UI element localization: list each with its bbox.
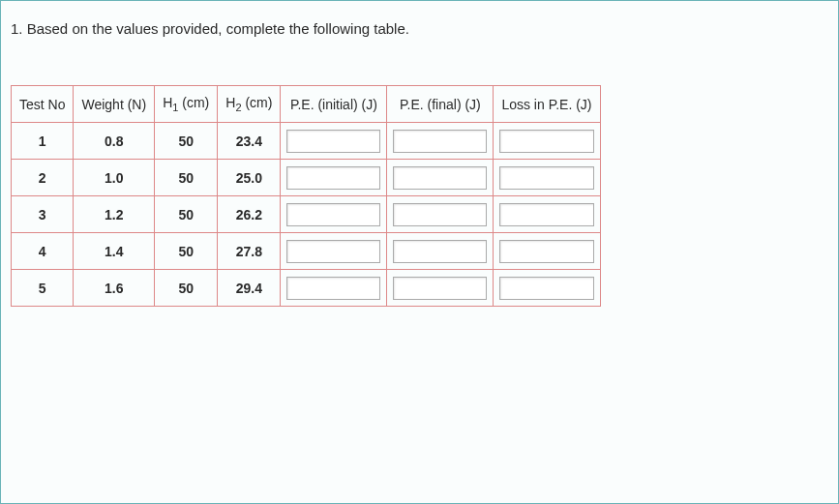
table-row: 3 1.2 50 26.2 <box>12 196 601 233</box>
pe-init-input[interactable] <box>286 130 380 153</box>
cell-h1: 50 <box>155 196 218 233</box>
pe-final-input[interactable] <box>393 130 487 153</box>
table-row: 4 1.4 50 27.8 <box>12 233 601 270</box>
header-h1-prefix: H <box>163 95 172 110</box>
cell-h1: 50 <box>155 160 218 196</box>
pe-init-input[interactable] <box>286 166 380 190</box>
header-h2-suffix: (cm) <box>242 95 273 110</box>
cell-h2: 27.8 <box>218 233 281 270</box>
cell-weight: 1.6 <box>74 270 155 307</box>
pe-final-input[interactable] <box>393 203 487 226</box>
loss-input[interactable] <box>499 166 593 190</box>
cell-h2: 23.4 <box>218 123 281 160</box>
cell-h1: 50 <box>155 123 218 160</box>
header-testno: Test No <box>12 86 74 123</box>
cell-weight: 1.2 <box>74 196 155 233</box>
cell-testno: 4 <box>12 233 74 270</box>
pe-init-input[interactable] <box>286 203 380 226</box>
cell-pe-final <box>387 233 494 270</box>
cell-testno: 1 <box>12 123 74 160</box>
cell-pe-final <box>387 196 494 233</box>
cell-loss <box>494 233 600 270</box>
cell-testno: 3 <box>12 196 74 233</box>
table-row: 1 0.8 50 23.4 <box>12 123 601 160</box>
cell-pe-init <box>281 233 387 270</box>
cell-pe-final <box>387 123 494 160</box>
pe-final-input[interactable] <box>393 240 487 263</box>
cell-pe-init <box>281 270 387 307</box>
loss-input[interactable] <box>499 277 593 300</box>
table-row: 5 1.6 50 29.4 <box>12 270 601 307</box>
question-text: 1. Based on the values provided, complet… <box>11 20 828 37</box>
cell-testno: 2 <box>12 160 74 196</box>
cell-testno: 5 <box>12 270 74 307</box>
loss-input[interactable] <box>499 203 593 226</box>
loss-input[interactable] <box>499 130 593 153</box>
pe-final-input[interactable] <box>393 166 487 190</box>
header-loss: Loss in P.E. (J) <box>494 86 600 123</box>
cell-weight: 0.8 <box>74 123 155 160</box>
cell-pe-init <box>281 123 387 160</box>
pe-init-input[interactable] <box>286 277 380 300</box>
header-row: Test No Weight (N) H1 (cm) H2 (cm) P.E. … <box>12 86 601 123</box>
cell-h1: 50 <box>155 233 218 270</box>
table-row: 2 1.0 50 25.0 <box>12 160 601 196</box>
cell-pe-init <box>281 160 387 196</box>
pe-final-input[interactable] <box>393 277 487 300</box>
cell-weight: 1.4 <box>74 233 155 270</box>
data-table: Test No Weight (N) H1 (cm) H2 (cm) P.E. … <box>11 85 601 307</box>
cell-loss <box>494 270 600 307</box>
header-pe-final: P.E. (final) (J) <box>387 86 494 123</box>
header-h2: H2 (cm) <box>218 86 281 123</box>
cell-loss <box>494 196 600 233</box>
cell-weight: 1.0 <box>74 160 155 196</box>
header-pe-init: P.E. (initial) (J) <box>281 86 387 123</box>
header-h1: H1 (cm) <box>155 86 218 123</box>
cell-pe-init <box>281 196 387 233</box>
cell-pe-final <box>387 270 494 307</box>
pe-init-input[interactable] <box>286 240 380 263</box>
cell-h2: 26.2 <box>218 196 281 233</box>
cell-loss <box>494 123 600 160</box>
cell-pe-final <box>387 160 494 196</box>
cell-loss <box>494 160 600 196</box>
header-h1-suffix: (cm) <box>178 95 209 110</box>
header-weight: Weight (N) <box>74 86 155 123</box>
cell-h1: 50 <box>155 270 218 307</box>
header-h2-prefix: H <box>225 95 235 110</box>
cell-h2: 25.0 <box>218 160 281 196</box>
loss-input[interactable] <box>499 240 593 263</box>
cell-h2: 29.4 <box>218 270 281 307</box>
